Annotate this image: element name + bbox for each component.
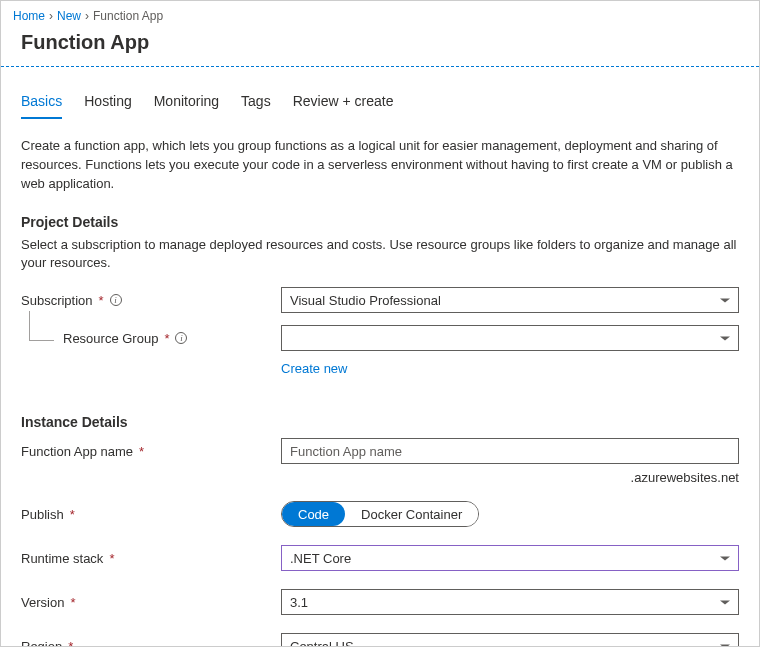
breadcrumb-home[interactable]: Home	[13, 9, 45, 23]
region-value: Central US	[290, 639, 354, 647]
tab-basics[interactable]: Basics	[21, 87, 62, 119]
tab-monitoring[interactable]: Monitoring	[154, 87, 219, 119]
subscription-value: Visual Studio Professional	[290, 293, 441, 308]
publish-option-docker[interactable]: Docker Container	[345, 502, 478, 526]
chevron-down-icon	[720, 336, 730, 340]
resource-group-label: Resource Group	[63, 331, 158, 346]
chevron-down-icon	[720, 600, 730, 604]
required-indicator: *	[109, 551, 114, 566]
tabs: Basics Hosting Monitoring Tags Review + …	[21, 87, 739, 119]
publish-label: Publish	[21, 507, 64, 522]
required-indicator: *	[164, 331, 169, 346]
region-label: Region	[21, 639, 62, 647]
subscription-label: Subscription	[21, 293, 93, 308]
publish-option-code[interactable]: Code	[282, 502, 345, 526]
app-name-label: Function App name	[21, 444, 133, 459]
chevron-right-icon: ›	[49, 9, 53, 23]
required-indicator: *	[68, 639, 73, 647]
runtime-label: Runtime stack	[21, 551, 103, 566]
info-icon[interactable]: i	[175, 332, 187, 344]
version-label: Version	[21, 595, 64, 610]
project-details-desc: Select a subscription to manage deployed…	[21, 236, 739, 274]
app-name-placeholder: Function App name	[290, 444, 402, 459]
page-title: Function App	[1, 29, 759, 66]
subscription-select[interactable]: Visual Studio Professional	[281, 287, 739, 313]
runtime-value: .NET Core	[290, 551, 351, 566]
chevron-right-icon: ›	[85, 9, 89, 23]
app-name-input[interactable]: Function App name	[281, 438, 739, 464]
app-name-suffix: .azurewebsites.net	[21, 470, 739, 485]
indent-connector	[29, 311, 54, 341]
info-icon[interactable]: i	[110, 294, 122, 306]
tab-hosting[interactable]: Hosting	[84, 87, 131, 119]
region-select[interactable]: Central US	[281, 633, 739, 647]
intro-text: Create a function app, which lets you gr…	[21, 137, 739, 194]
breadcrumb: Home › New › Function App	[1, 1, 759, 29]
instance-details-heading: Instance Details	[21, 414, 739, 430]
runtime-select[interactable]: .NET Core	[281, 545, 739, 571]
resource-group-select[interactable]	[281, 325, 739, 351]
required-indicator: *	[70, 507, 75, 522]
publish-toggle: Code Docker Container	[281, 501, 479, 527]
version-value: 3.1	[290, 595, 308, 610]
tab-tags[interactable]: Tags	[241, 87, 271, 119]
breadcrumb-new[interactable]: New	[57, 9, 81, 23]
project-details-heading: Project Details	[21, 214, 739, 230]
version-select[interactable]: 3.1	[281, 589, 739, 615]
create-new-link[interactable]: Create new	[281, 361, 347, 376]
required-indicator: *	[70, 595, 75, 610]
breadcrumb-current: Function App	[93, 9, 163, 23]
tab-review-create[interactable]: Review + create	[293, 87, 394, 119]
chevron-down-icon	[720, 556, 730, 560]
chevron-down-icon	[720, 298, 730, 302]
required-indicator: *	[99, 293, 104, 308]
required-indicator: *	[139, 444, 144, 459]
